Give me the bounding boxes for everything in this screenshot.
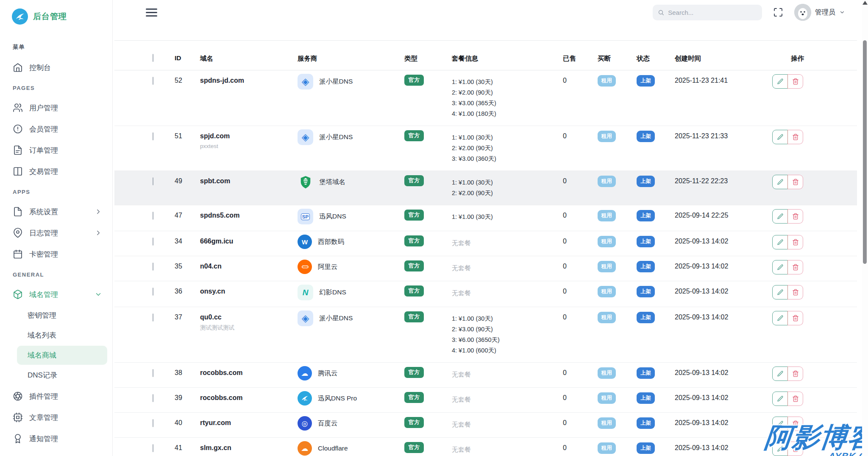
edit-button[interactable] [772, 417, 788, 431]
edit-button[interactable] [772, 209, 788, 224]
row-buyout: 租用 [598, 307, 637, 330]
row-provider: N 幻影DNS [298, 281, 404, 307]
type-badge: 官方 [404, 285, 424, 297]
type-badge: 官方 [404, 235, 424, 246]
row-checkbox[interactable] [153, 313, 153, 322]
pencil-icon [777, 179, 784, 185]
row-checkbox[interactable] [153, 238, 153, 246]
delete-button[interactable] [787, 366, 803, 381]
status-badge: 上架 [637, 236, 655, 247]
sidebar-item-columns[interactable]: 交易管理 [0, 161, 108, 182]
user-menu[interactable]: 管理员 [794, 4, 845, 21]
sidebar-item-calendar[interactable]: 卡密管理 [0, 243, 108, 265]
package-line: 1: ¥1.00 (30天) [452, 77, 563, 87]
sidebar-item-award[interactable]: 通知管理 [0, 428, 108, 449]
delete-button[interactable] [787, 209, 803, 224]
row-packages: 1: ¥1.00 (30天) [452, 205, 563, 229]
search-input[interactable] [668, 9, 757, 16]
vertical-scrollbar[interactable] [862, 0, 868, 456]
row-checkbox[interactable] [153, 419, 153, 427]
provider-name: 百度云 [318, 419, 338, 428]
status-badge: 上架 [637, 392, 655, 404]
row-provider: ◎ 百度云 [298, 413, 404, 437]
edit-button[interactable] [772, 366, 788, 381]
delete-button[interactable] [787, 74, 803, 89]
no-package-label: 无套餐 [452, 239, 471, 246]
delete-button[interactable] [787, 130, 803, 144]
delete-button[interactable] [787, 235, 803, 249]
sidebar-subitem[interactable]: 域名列表 [17, 326, 107, 345]
delete-button[interactable] [787, 311, 803, 325]
menu-toggle-icon[interactable] [146, 8, 157, 17]
col-header-created: 创建时间 [675, 41, 772, 70]
row-provider: SP 迅风DNS [298, 205, 404, 231]
row-checkbox[interactable] [153, 288, 153, 296]
sidebar-item-aperture[interactable]: 插件管理 [0, 386, 108, 407]
row-domain: slm.gx.cn [200, 438, 298, 456]
delete-button[interactable] [787, 442, 803, 456]
admin-app: 后台管理 菜单控制台PAGES用户管理会员管理订单管理交易管理APPS系统设置日… [0, 0, 868, 456]
fullscreen-icon[interactable] [773, 7, 783, 17]
row-actions [772, 281, 857, 306]
row-checkbox[interactable] [153, 212, 153, 220]
col-header-type: 类型 [404, 41, 452, 70]
col-header-package: 套餐信息 [452, 41, 563, 70]
edit-button[interactable] [772, 74, 788, 89]
delete-button[interactable] [787, 392, 803, 406]
row-status: 上架 [637, 363, 675, 385]
row-id: 35 [175, 256, 200, 277]
select-all-checkbox[interactable] [153, 54, 153, 62]
edit-button[interactable] [772, 392, 788, 406]
row-checkbox[interactable] [153, 132, 153, 140]
domain-name: rocobbs.com [200, 394, 298, 402]
sidebar-subitem[interactable]: DNS记录 [17, 366, 107, 385]
edit-button[interactable] [772, 235, 788, 249]
edit-button[interactable] [772, 175, 788, 189]
domain-name: rtyur.com [200, 419, 298, 427]
brand-title: 后台管理 [33, 11, 67, 22]
sidebar-subitem[interactable]: 密钥管理 [17, 306, 107, 325]
delete-button[interactable] [787, 285, 803, 299]
sidebar-item-package[interactable]: 域名管理 [0, 284, 108, 305]
edit-button[interactable] [772, 311, 788, 325]
domain-name: onsy.cn [200, 288, 298, 295]
sidebar-item-users[interactable]: 用户管理 [0, 97, 108, 118]
sidebar-item-home[interactable]: 控制台 [0, 57, 108, 78]
col-header-buyout: 买断 [598, 41, 637, 70]
trash-icon [792, 395, 799, 402]
domain-name: rocobbs.com [200, 369, 298, 377]
sidebar-item-file[interactable]: 系统设置 [0, 201, 108, 222]
avatar [794, 4, 811, 21]
brand[interactable]: 后台管理 [0, 5, 112, 28]
row-checkbox[interactable] [153, 369, 153, 377]
package-line: 2: ¥2.00 (90天) [452, 188, 563, 199]
scrollbar-thumb[interactable] [863, 40, 867, 264]
edit-button[interactable] [772, 130, 788, 144]
row-packages: 无套餐 [452, 438, 563, 456]
delete-button[interactable] [787, 417, 803, 431]
scrollbar-up-arrow-icon[interactable] [862, 1, 868, 5]
edit-button[interactable] [772, 285, 788, 299]
sidebar-item-alert-circle[interactable]: 会员管理 [0, 118, 108, 140]
delete-button[interactable] [787, 175, 803, 189]
edit-button[interactable] [772, 442, 788, 456]
delete-button[interactable] [787, 260, 803, 274]
sidebar-item-cpu[interactable]: 文章管理 [0, 407, 108, 428]
row-checkbox[interactable] [153, 77, 153, 85]
pencil-icon [777, 239, 784, 246]
sidebar-item-file-text[interactable]: 订单管理 [0, 140, 108, 161]
type-badge: 官方 [404, 260, 424, 271]
pencil-icon [777, 134, 784, 140]
row-checkbox[interactable] [153, 263, 153, 271]
col-header-domain: 域名 [200, 41, 298, 70]
sidebar-subitem-active[interactable]: 域名商城 [17, 346, 107, 365]
buyout-badge: 租用 [598, 210, 616, 221]
row-checkbox[interactable] [153, 177, 153, 185]
status-badge: 上架 [637, 210, 655, 221]
sidebar-item-map-pin[interactable]: 日志管理 [0, 222, 108, 243]
row-checkbox[interactable] [153, 394, 153, 402]
brand-logo-swallow-icon [12, 8, 28, 25]
row-checkbox[interactable] [153, 444, 153, 452]
edit-button[interactable] [772, 260, 788, 274]
row-actions [772, 205, 857, 230]
